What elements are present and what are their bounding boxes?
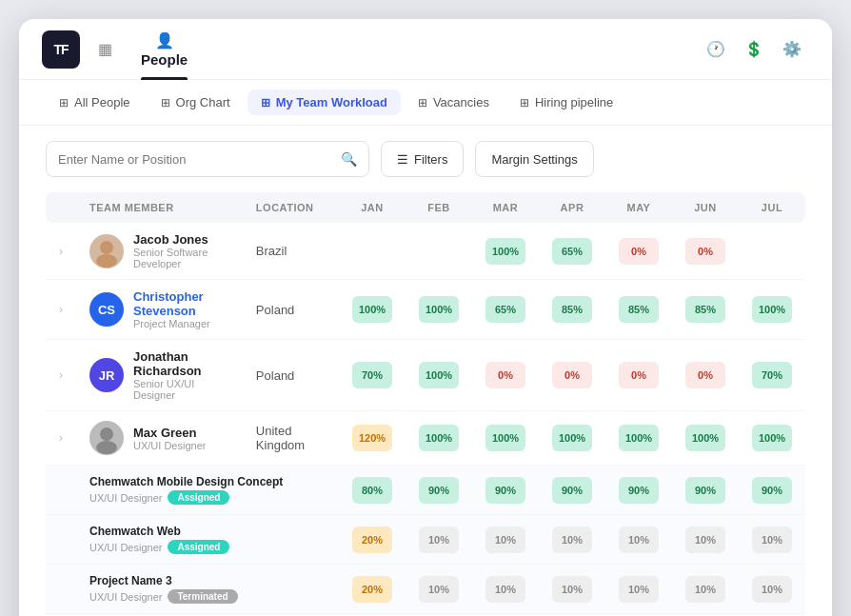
search-input[interactable] bbox=[58, 152, 333, 167]
month-cell-2: 10% bbox=[472, 515, 539, 565]
workload-icon: ⊞ bbox=[261, 96, 270, 109]
table-wrap: TEAM MEMBER LOCATION Jan Feb Mar Apr May… bbox=[19, 192, 832, 616]
month-cell-4: 100% bbox=[605, 411, 672, 466]
month-cell-4: 0% bbox=[605, 340, 672, 411]
month-cell-2: 10% bbox=[472, 565, 539, 614]
project-spacer bbox=[46, 466, 76, 515]
member-name: Jacob Jones bbox=[133, 232, 229, 247]
project-role: UX/UI Designer bbox=[89, 591, 162, 603]
chevron-cell[interactable]: › bbox=[46, 223, 76, 280]
table-header-row: TEAM MEMBER LOCATION Jan Feb Mar Apr May… bbox=[46, 192, 805, 223]
month-cell-2: 100% bbox=[472, 411, 539, 466]
month-cell-3: 10% bbox=[539, 515, 605, 565]
chevron-cell[interactable]: › bbox=[46, 340, 76, 411]
month-cell-1: 100% bbox=[406, 411, 472, 466]
month-cell-0: 80% bbox=[339, 466, 406, 515]
workload-table: TEAM MEMBER LOCATION Jan Feb Mar Apr May… bbox=[46, 192, 805, 616]
th-jul: Jul bbox=[739, 192, 805, 223]
member-cell-cs: CS Christopher Stevenson Project Manager bbox=[76, 280, 243, 340]
chevron-icon: › bbox=[59, 303, 63, 316]
project-name: Chemwatch Mobile Design Concept bbox=[89, 475, 326, 488]
status-badge: Assigned bbox=[168, 490, 229, 505]
table-body: › Jacob Jones Senior Software Developer … bbox=[46, 223, 805, 616]
month-cell-5: 100% bbox=[672, 411, 739, 466]
member-cell-jr: JR Jonathan Richardson Senior UX/UI Desi… bbox=[76, 340, 243, 411]
month-cell-6: 100% bbox=[739, 280, 805, 340]
chevron-cell[interactable]: › bbox=[46, 280, 76, 340]
sub-tab-all-people[interactable]: ⊞ All People bbox=[46, 89, 144, 115]
sub-tab-hiring-pipeline[interactable]: ⊞ Hiring pipeline bbox=[506, 89, 626, 115]
chevron-cell[interactable]: › bbox=[46, 411, 76, 466]
member-role: Project Manager bbox=[133, 318, 229, 329]
margin-settings-button[interactable]: Margin Settings bbox=[475, 141, 593, 177]
month-cell-6: 90% bbox=[739, 466, 805, 515]
project-sub: UX/UI Designer Assigned bbox=[89, 540, 326, 554]
people-icon: 👤 bbox=[155, 31, 174, 50]
month-cell-3: 100% bbox=[539, 411, 605, 466]
month-cell-4: 10% bbox=[605, 515, 672, 565]
th-apr: Apr bbox=[539, 192, 605, 223]
table-row: › Max Green UX/UI Designer United Kingdo… bbox=[46, 411, 805, 466]
project-name: Project Name 3 bbox=[89, 574, 326, 587]
filter-button[interactable]: ☰ Filters bbox=[381, 141, 464, 177]
month-cell-0: 20% bbox=[339, 565, 406, 614]
member-name: Christopher Stevenson bbox=[133, 289, 229, 318]
project-spacer bbox=[46, 565, 76, 614]
nav-tab-people[interactable]: 👤 People bbox=[129, 19, 199, 80]
month-cell-3: 90% bbox=[539, 466, 605, 515]
grid-icon-btn[interactable]: ▦ bbox=[88, 32, 122, 67]
member-info: Jonathan Richardson Senior UX/UI Designe… bbox=[133, 349, 229, 401]
sub-tab-org-chart[interactable]: ⊞ Org Chart bbox=[148, 89, 244, 115]
vacancies-icon: ⊞ bbox=[418, 96, 427, 109]
th-may: May bbox=[605, 192, 672, 223]
project-name-cell-0: Chemwatch Mobile Design Concept UX/UI De… bbox=[76, 466, 339, 515]
svg-point-3 bbox=[96, 441, 117, 454]
month-cell-3: 0% bbox=[539, 340, 605, 411]
toolbar: 🔍 ☰ Filters Margin Settings bbox=[19, 126, 832, 192]
month-cell-1: 100% bbox=[406, 280, 472, 340]
svg-point-1 bbox=[96, 254, 117, 268]
month-cell-4: 85% bbox=[605, 280, 672, 340]
app-window: TF ▦ 👤 People 🕐 💲 ⚙️ ⊞ All People ⊞ Org … bbox=[19, 19, 832, 616]
dollar-icon-btn[interactable]: 💲 bbox=[737, 32, 771, 67]
location-cell-cs: Poland bbox=[243, 280, 339, 340]
month-cell-0: 100% bbox=[339, 280, 406, 340]
month-cell-2: 65% bbox=[472, 280, 539, 340]
sub-tab-my-team-workload[interactable]: ⊞ My Team Workload bbox=[247, 89, 401, 115]
th-location: LOCATION bbox=[243, 192, 339, 223]
top-nav: TF ▦ 👤 People 🕐 💲 ⚙️ bbox=[19, 19, 832, 80]
project-sub: UX/UI Designer Terminated bbox=[89, 589, 326, 604]
member-role: Senior Software Developer bbox=[133, 247, 229, 269]
status-badge: Assigned bbox=[168, 540, 229, 554]
settings-icon-btn[interactable]: ⚙️ bbox=[775, 32, 809, 67]
th-feb: Feb bbox=[406, 192, 472, 223]
month-cell-0: 20% bbox=[339, 515, 406, 565]
status-badge: Terminated bbox=[168, 589, 237, 604]
project-role: UX/UI Designer bbox=[89, 542, 162, 553]
location-cell-mg: United Kingdom bbox=[243, 411, 339, 466]
avatar bbox=[89, 234, 124, 268]
month-cell-1: 10% bbox=[406, 565, 472, 614]
pipeline-icon: ⊞ bbox=[520, 96, 529, 109]
month-cell-3: 10% bbox=[539, 565, 605, 614]
search-box: 🔍 bbox=[46, 141, 369, 177]
avatar bbox=[89, 421, 124, 455]
clock-icon-btn[interactable]: 🕐 bbox=[699, 32, 733, 67]
month-cell-5: 0% bbox=[672, 340, 739, 411]
sub-tab-vacancies[interactable]: ⊞ Vacancies bbox=[405, 89, 503, 115]
member-name: Max Green bbox=[133, 426, 206, 440]
sub-nav: ⊞ All People ⊞ Org Chart ⊞ My Team Workl… bbox=[19, 80, 832, 126]
month-cell-6: 70% bbox=[739, 340, 805, 411]
month-cell-6: 10% bbox=[739, 565, 805, 614]
month-cell-1: 10% bbox=[406, 515, 472, 565]
month-cell-1: 90% bbox=[406, 466, 472, 515]
table-row: › JR Jonathan Richardson Senior UX/UI De… bbox=[46, 340, 805, 411]
member-cell-jj: Jacob Jones Senior Software Developer bbox=[76, 223, 243, 280]
month-cell-4: 90% bbox=[605, 466, 672, 515]
grid-icon-small: ⊞ bbox=[59, 96, 69, 109]
member-info: Christopher Stevenson Project Manager bbox=[133, 289, 229, 329]
chevron-icon: › bbox=[59, 245, 63, 258]
table-row: › CS Christopher Stevenson Project Manag… bbox=[46, 280, 805, 340]
th-mar: Mar bbox=[472, 192, 539, 223]
nav-right-icons: 🕐 💲 ⚙️ bbox=[699, 32, 809, 67]
